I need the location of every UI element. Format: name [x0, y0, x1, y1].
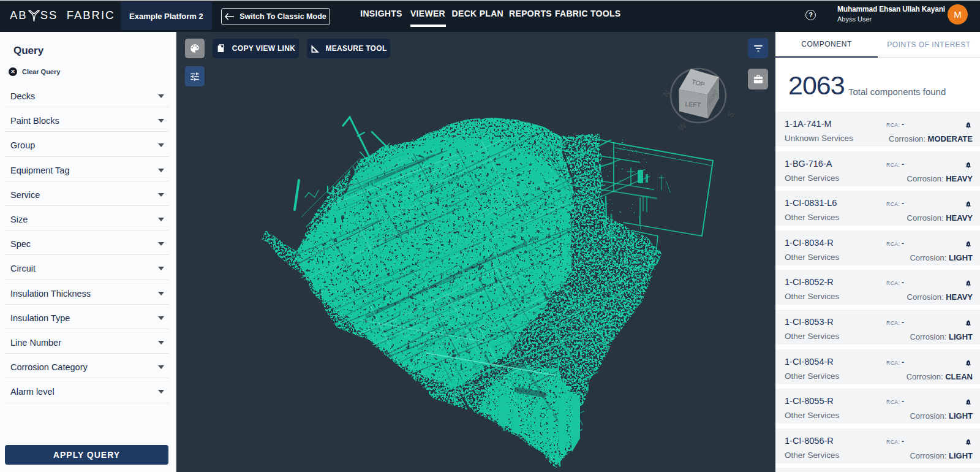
svg-text:W: W: [676, 120, 689, 133]
svg-text:S: S: [725, 109, 736, 120]
svg-text:LEFT: LEFT: [685, 100, 701, 108]
